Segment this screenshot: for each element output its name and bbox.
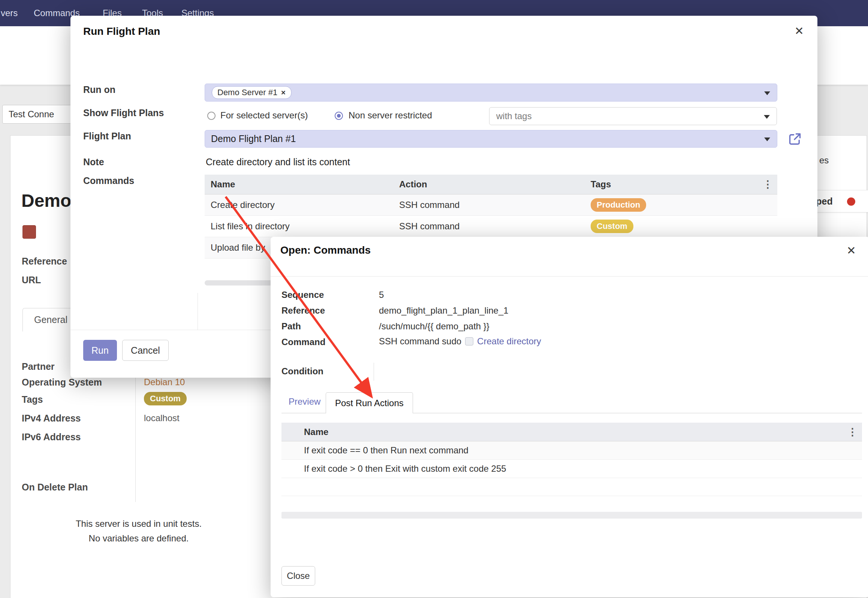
table-row[interactable]: Create directory SSH command Production — [205, 194, 777, 216]
cancel-button[interactable]: Cancel — [122, 340, 169, 361]
run-on-select[interactable]: Demo Server #1 ✕ — [205, 84, 777, 102]
screen: vers Commands Files Tools Settings Test … — [0, 0, 868, 598]
partner-label: Partner — [22, 361, 55, 372]
kebab-menu-icon[interactable]: ⋮ — [763, 179, 773, 190]
test-connection-button[interactable]: Test Conne — [2, 105, 77, 124]
column-header-name[interactable]: Name — [205, 179, 399, 190]
sheet-left-divider — [198, 293, 198, 330]
modal-header-divider — [271, 276, 868, 277]
server-tag-label: Demo Server #1 — [217, 88, 277, 97]
note-value: Create directory and list its content — [206, 157, 350, 167]
command-label: Command — [281, 337, 325, 347]
kebab-menu-icon[interactable]: ⋮ — [847, 427, 858, 437]
remove-tag-icon[interactable]: ✕ — [281, 89, 286, 96]
radio-selected-servers-label[interactable]: For selected server(s) — [220, 110, 308, 121]
flight-plan-value: Demo Flight Plan #1 — [211, 133, 296, 144]
ipv4-value: localhost — [144, 413, 180, 423]
cell-action: SSH command — [399, 221, 591, 232]
cell-action: SSH command — [399, 200, 591, 210]
checkbox[interactable] — [465, 337, 473, 345]
path-label: Path — [281, 321, 301, 332]
ipv4-label: IPv4 Address — [22, 413, 81, 424]
os-value[interactable]: Debian 10 — [144, 377, 185, 387]
run-modal-title: Run Flight Plan — [83, 25, 160, 37]
tags-label: Tags — [22, 394, 43, 405]
open-commands-modal: Open: Commands ✕ Sequence 5 Reference de… — [271, 237, 868, 597]
tag-badge: Custom — [591, 220, 633, 233]
table-row[interactable]: If exit code > 0 then Exit with custom e… — [281, 460, 862, 478]
with-tags-select[interactable]: with tags — [489, 107, 777, 125]
radio-non-server-restricted[interactable] — [335, 112, 343, 120]
flight-plan-select[interactable]: Demo Flight Plan #1 — [205, 130, 777, 148]
cell-name: List files in directory — [205, 221, 399, 232]
external-link-icon[interactable] — [788, 132, 802, 148]
table-row[interactable]: List files in directory SSH command Cust… — [205, 216, 777, 237]
radio-non-server-label[interactable]: Non server restricted — [349, 110, 432, 121]
unit-test-note-line2: No variables are defined. — [45, 533, 232, 544]
post-run-actions-table: Name ⋮ If exit code == 0 then Run next c… — [281, 423, 862, 496]
reference-field-label: Reference — [281, 305, 325, 316]
reference-field-value: demo_flight_plan_1_plan_line_1 — [379, 305, 509, 316]
table-row[interactable]: If exit code == 0 then Run next command — [281, 441, 862, 460]
nav-item-servers[interactable]: vers — [1, 0, 18, 26]
empty-row — [281, 478, 862, 496]
tags-value-badge[interactable]: Custom — [144, 392, 187, 405]
path-value: /such/much/{{ demo_path }} — [379, 321, 489, 332]
dropdown-caret-icon — [764, 138, 770, 141]
column-header-name[interactable]: Name — [281, 427, 328, 437]
close-icon[interactable]: ✕ — [795, 25, 804, 37]
dropdown-caret-icon — [764, 115, 770, 119]
close-button[interactable]: Close — [281, 566, 315, 586]
dropdown-caret-icon — [764, 91, 770, 95]
commands-modal-title: Open: Commands — [280, 244, 371, 256]
sequence-label: Sequence — [281, 290, 324, 300]
radio-selected-servers[interactable] — [207, 112, 216, 120]
sequence-value: 5 — [379, 290, 384, 300]
info-column-divider — [135, 362, 136, 502]
with-tags-value: with tags — [496, 111, 532, 121]
page-title: Demo — [21, 190, 71, 211]
run-on-label: Run on — [83, 84, 115, 95]
color-swatch[interactable] — [22, 225, 36, 239]
tab-post-run-actions[interactable]: Post Run Actions — [326, 392, 413, 413]
url-label: URL — [22, 275, 41, 286]
commands-label: Commands — [83, 175, 134, 186]
tab-preview[interactable]: Preview — [289, 396, 320, 407]
close-icon[interactable]: ✕ — [847, 245, 856, 256]
note-label: Note — [83, 157, 104, 167]
condition-label: Condition — [281, 366, 323, 377]
condition-divider — [374, 363, 374, 381]
flight-plan-label: Flight Plan — [83, 131, 131, 142]
tag-badge: Production — [591, 198, 646, 212]
smart-button-partial[interactable]: es — [819, 155, 829, 166]
ipv6-label: IPv6 Address — [22, 432, 81, 443]
column-header-tags[interactable]: Tags — [591, 179, 777, 190]
reference-label: Reference — [22, 256, 67, 267]
run-button[interactable]: Run — [83, 340, 117, 361]
on-delete-plan-label: On Delete Plan — [22, 482, 88, 493]
cell-name: Create directory — [205, 200, 399, 210]
horizontal-scrollbar[interactable] — [281, 512, 862, 519]
status-dot-icon — [847, 197, 855, 206]
create-directory-link[interactable]: Create directory — [477, 336, 541, 347]
server-tag[interactable]: Demo Server #1 ✕ — [212, 86, 292, 99]
column-header-action[interactable]: Action — [399, 179, 591, 190]
unit-test-note-line1: This server is used in unit tests. — [45, 519, 232, 529]
os-label: Operating System — [22, 377, 102, 388]
show-flight-plans-label: Show Flight Plans — [83, 108, 164, 118]
command-value: SSH command sudo — [379, 336, 461, 347]
